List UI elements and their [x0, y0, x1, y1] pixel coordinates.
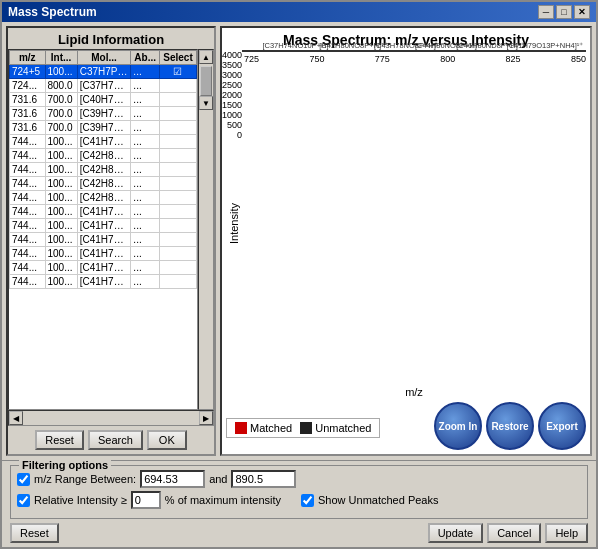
chart-action-buttons: Zoom In Restore Export [434, 402, 586, 450]
y-tick: 1500 [216, 100, 242, 110]
y-tick: 0 [216, 130, 242, 140]
intensity-label: Relative Intensity ≥ [34, 494, 127, 506]
table-scrollbar[interactable]: ▲ ▼ [198, 49, 214, 410]
unmatched-label: Unmatched [315, 422, 371, 434]
export-button[interactable]: Export [538, 402, 586, 450]
right-panel: Mass Spectrum: m/z versus Intensity Inte… [220, 26, 592, 456]
lipid-table: m/z Int... Mol... Ab... Select 724+5100.… [9, 50, 197, 289]
y-tick: 3500 [216, 60, 242, 70]
search-button[interactable]: Search [88, 430, 143, 450]
table-row[interactable]: 744...100...[C42H8PC(...... [10, 191, 197, 205]
mz-range-label: m/z Range Between: [34, 473, 136, 485]
intensity-input[interactable] [131, 491, 161, 509]
bottom-section: Filtering options m/z Range Between: and… [2, 460, 596, 547]
title-bar-buttons: ─ □ ✕ [538, 5, 590, 19]
table-row[interactable]: 724+5100...C37H7PG(,......☑ [10, 65, 197, 79]
mz-range-row: m/z Range Between: and [17, 470, 581, 488]
x-tick: 750 [309, 54, 324, 64]
main-window: Mass Spectrum ─ □ ✕ Lipid Information m/… [0, 0, 598, 549]
table-row[interactable]: 744...100...[C41H7PE(...... [10, 247, 197, 261]
x-tick: 725 [244, 54, 259, 64]
footer-row: Reset Update Cancel Help [10, 523, 588, 543]
y-tick: 2500 [216, 80, 242, 90]
x-tick: 850 [571, 54, 586, 64]
legend-unmatched: Unmatched [300, 422, 371, 434]
intensity-checkbox[interactable] [17, 494, 30, 507]
mz-max-input[interactable] [231, 470, 296, 488]
reset-table-button[interactable]: Reset [35, 430, 84, 450]
zoom-in-button[interactable]: Zoom In [434, 402, 482, 450]
footer-reset-button[interactable]: Reset [10, 523, 59, 543]
col-ab: Ab... [131, 51, 160, 65]
x-tick: 800 [440, 54, 455, 64]
chart-bottom-row: Matched Unmatched Zoom In Restore Export [226, 402, 586, 450]
mz-and-label: and [209, 473, 227, 485]
help-button[interactable]: Help [545, 523, 588, 543]
y-tick: 2000 [216, 90, 242, 100]
scroll-up-button[interactable]: ▲ [199, 50, 213, 64]
legend-matched: Matched [235, 422, 292, 434]
table-row[interactable]: 724...800.0[C37H7PG(,...... [10, 79, 197, 93]
restore-button[interactable]: Restore [486, 402, 534, 450]
y-tick: 3000 [216, 70, 242, 80]
filter-legend-label: Filtering options [19, 459, 111, 471]
intensity-row: Relative Intensity ≥ % of maximum intens… [17, 491, 581, 509]
left-panel: Lipid Information m/z Int... Mol... Ab..… [6, 26, 216, 456]
show-unmatched-checkbox[interactable] [301, 494, 314, 507]
title-bar: Mass Spectrum ─ □ ✕ [2, 2, 596, 22]
col-mol: Mol... [77, 51, 131, 65]
matched-color-box [235, 422, 247, 434]
table-row[interactable]: 731.6700.0[C40H7PE(...... [10, 93, 197, 107]
mz-min-input[interactable] [140, 470, 205, 488]
main-content: Lipid Information m/z Int... Mol... Ab..… [2, 22, 596, 460]
table-row[interactable]: 744...100...[C41H7PE(...... [10, 219, 197, 233]
chart-area: Intensity 400035003000250020001500100050… [226, 50, 586, 398]
mz-range-checkbox[interactable] [17, 473, 30, 486]
table-row[interactable]: 744...100...[C41H7PE(...... [10, 205, 197, 219]
scroll-thumb[interactable] [200, 66, 212, 96]
col-mz: m/z [10, 51, 46, 65]
horizontal-scrollbar[interactable]: ◀ ▶ [8, 410, 214, 426]
table-row[interactable]: 744...100...[C42H8PC(...... [10, 177, 197, 191]
scroll-right-button[interactable]: ▶ [199, 411, 213, 425]
table-row[interactable]: 731.6700.0[C39H7PE(...... [10, 107, 197, 121]
y-tick: 4000 [216, 50, 242, 60]
lipid-table-container[interactable]: m/z Int... Mol... Ab... Select 724+5100.… [8, 49, 198, 410]
x-ticks: 725750775800825850 [244, 54, 586, 64]
y-tick: 1000 [216, 110, 242, 120]
matched-label: Matched [250, 422, 292, 434]
panel-title: Lipid Information [8, 28, 214, 49]
left-panel-buttons: Reset Search OK [8, 426, 214, 454]
col-int: Int... [45, 51, 77, 65]
intensity-suffix: % of maximum intensity [165, 494, 281, 506]
x-tick: 825 [506, 54, 521, 64]
scroll-down-button[interactable]: ▼ [199, 96, 213, 110]
peak-label: [C41H79O13P+NH4]¹⁺ [507, 41, 584, 50]
table-row[interactable]: 744...100...[C42H8PC(...... [10, 149, 197, 163]
table-row[interactable]: 744...100...[C42H8PC(...... [10, 163, 197, 177]
show-unmatched-label: Show Unmatched Peaks [318, 494, 438, 506]
y-tick: 500 [216, 120, 242, 130]
window-title: Mass Spectrum [8, 5, 97, 19]
update-button[interactable]: Update [428, 523, 483, 543]
footer-action-buttons: Update Cancel Help [428, 523, 588, 543]
table-row[interactable]: 731.6700.0[C39H7PE(...... [10, 121, 197, 135]
table-row[interactable]: 744...100...[C41H7PE(...... [10, 261, 197, 275]
maximize-button[interactable]: □ [556, 5, 572, 19]
table-row[interactable]: 744...100...[C41H7PE(...... [10, 233, 197, 247]
filter-group: Filtering options m/z Range Between: and… [10, 465, 588, 519]
table-row[interactable]: 744...100...[C41H7pc(...... [10, 135, 197, 149]
table-row[interactable]: 744...100...[C41H7PE(...... [10, 275, 197, 289]
scroll-left-button[interactable]: ◀ [9, 411, 23, 425]
chart-inner: 40003500300025002000150010005000 7257507… [242, 50, 586, 52]
close-button[interactable]: ✕ [574, 5, 590, 19]
ok-button[interactable]: OK [147, 430, 187, 450]
unmatched-color-box [300, 422, 312, 434]
legend: Matched Unmatched [226, 418, 380, 438]
cancel-button[interactable]: Cancel [487, 523, 541, 543]
x-tick: 775 [375, 54, 390, 64]
minimize-button[interactable]: ─ [538, 5, 554, 19]
x-axis-label: m/z [242, 386, 586, 398]
col-select: Select [159, 51, 196, 65]
